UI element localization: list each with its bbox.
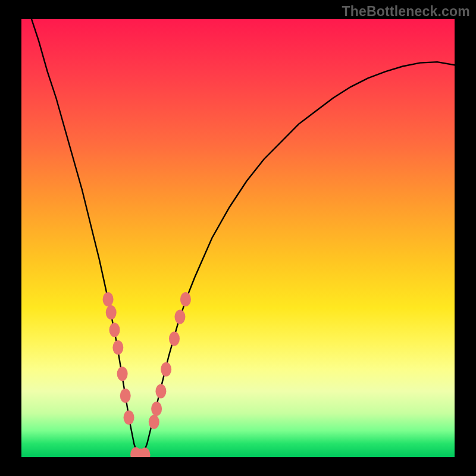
marker-dot: [169, 331, 180, 346]
marker-dot: [149, 415, 159, 429]
plot-area: [21, 19, 455, 457]
marker-dot: [151, 402, 162, 416]
marker-dot: [161, 362, 171, 377]
outer-frame: TheBottleneck.com: [0, 0, 476, 476]
bottleneck-curve: [21, 19, 455, 457]
marker-dot: [106, 305, 117, 320]
marker-dot: [124, 411, 134, 425]
marker-dot: [103, 292, 114, 306]
marker-dot: [155, 384, 166, 399]
marker-dot: [117, 367, 128, 381]
marker-dot: [180, 292, 191, 306]
watermark-text: TheBottleneck.com: [342, 4, 470, 20]
marker-dot: [174, 309, 185, 324]
marker-dot: [109, 323, 120, 337]
marker-dot: [112, 340, 123, 355]
marker-group: [103, 292, 191, 457]
marker-dot: [120, 389, 131, 403]
chart-svg: [21, 19, 455, 457]
